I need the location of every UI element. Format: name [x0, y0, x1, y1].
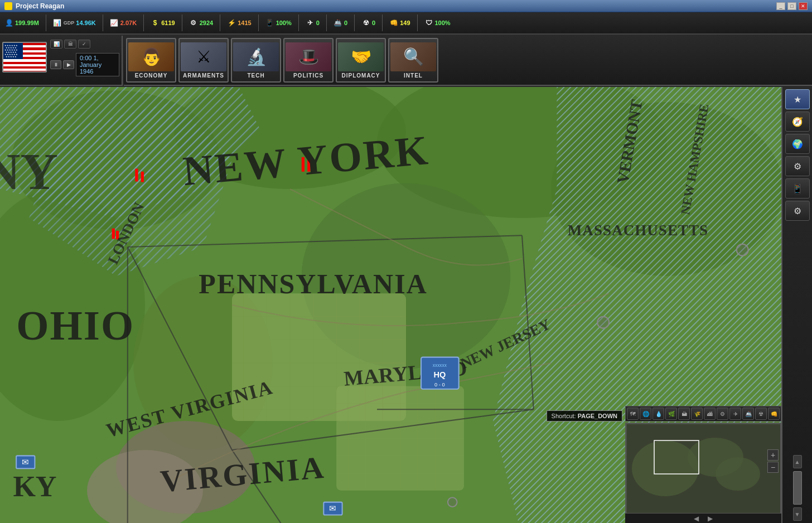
mm-forest-btn[interactable]: 🌿 [665, 408, 677, 420]
hud-nuclear: ☢ 0 [361, 18, 375, 27]
building-icon-btn[interactable]: 🏛 [64, 40, 76, 49]
minimap-scroll-right[interactable]: ▶ [703, 515, 717, 522]
industry-value: 2924 [200, 20, 213, 26]
tab-economy-label: ECONOMY [135, 72, 168, 79]
mm-naval-btn[interactable]: 🚢 [742, 408, 754, 420]
svg-rect-53 [135, 169, 138, 182]
zoom-out-button[interactable]: − [767, 462, 779, 473]
svg-text:xxxxxx: xxxxxx [433, 362, 447, 368]
tab-diplomacy[interactable]: 🤝 DIPLOMACY [336, 38, 386, 83]
tab-intel-label: INTEL [404, 72, 423, 79]
shortcut-tooltip: Shortcut: PAGE_DOWN [547, 410, 622, 422]
hud-divider-7 [298, 14, 299, 31]
mm-water-btn[interactable]: 💧 [652, 408, 664, 420]
tab-economy-image: 👨 [128, 42, 174, 71]
sidebar-phone-button[interactable]: 📱 [785, 178, 810, 198]
tab-economy-figure: 👨 [141, 47, 162, 66]
mm-farm-btn[interactable]: 🌾 [691, 408, 703, 420]
maximize-button[interactable]: □ [787, 2, 796, 10]
hud-air: ✈ 0 [306, 18, 320, 27]
zoom-in-button[interactable]: + [767, 449, 779, 461]
hud-divider-8 [326, 14, 327, 31]
hud-growth: 📈 2.07K [110, 18, 137, 27]
mm-nuclear-btn[interactable]: ☢ [755, 408, 767, 420]
country-flag[interactable]: ★★★★★★ ★★★★★ ★★★★★★ ★★★★★ ★★★★★★ ★★★★★ [2, 42, 47, 72]
hud-industry: ⚙ 2924 [189, 18, 213, 27]
gdp-value: 14.96K [76, 20, 95, 26]
nuclear-value: 0 [372, 20, 375, 26]
hud-naval: 🚢 0 [334, 18, 347, 27]
sidebar-gear-button[interactable]: ⚙ [785, 156, 810, 176]
minimap-scroll-left[interactable]: ◀ [689, 515, 703, 522]
hud-money: $ 6119 [151, 18, 175, 27]
tab-tech[interactable]: 🔬 TECH [231, 38, 281, 83]
mm-mountain-btn[interactable]: 🏔 [678, 408, 690, 420]
hud-bar: 👤 199.99M 📊 GDP 14.96K 📈 2.07K $ 6119 ⚙ … [0, 12, 812, 35]
sidebar-compass-button[interactable]: 🧭 [785, 112, 810, 132]
tab-armaments[interactable]: ⚔ ARMAMENTS [178, 38, 229, 83]
sidebar-globe-button[interactable]: 🌍 [785, 134, 810, 154]
mm-terrain-btn[interactable]: 🗺 [627, 408, 639, 420]
tab-economy[interactable]: 👨 ECONOMY [126, 38, 176, 83]
mm-military-btn[interactable]: 👊 [768, 408, 780, 420]
title-bar: Project Reagan _ □ ✕ [0, 0, 812, 12]
hud-divider-10 [382, 14, 383, 31]
naval-value: 0 [344, 20, 347, 26]
shortcut-key: PAGE_DOWN [578, 413, 617, 419]
hud-population: 👤 199.99M [4, 18, 39, 27]
svg-point-84 [632, 440, 699, 496]
hud-divider-1 [46, 14, 46, 31]
flag-side-controls: 📊 🏛 ✓ ⏸ ▶ 0:00 1, January 1946 [50, 38, 119, 76]
date-display: 0:00 1, January 1946 [76, 53, 119, 76]
mm-industry-btn[interactable]: ⚙ [717, 408, 728, 420]
zoom-controls: + − [767, 449, 779, 473]
sidebar-scrollbar[interactable] [793, 471, 802, 505]
population-value: 199.99M [15, 20, 39, 26]
industry-icon: ⚙ [189, 18, 198, 27]
tab-armaments-image: ⚔ [181, 42, 226, 71]
svg-text:★★★★★: ★★★★★ [6, 55, 17, 58]
hud-divider-4 [182, 14, 182, 31]
sidebar-settings-button[interactable]: ⚙ [785, 201, 810, 221]
minimap-svg [626, 424, 780, 514]
tech-value: 100% [276, 20, 292, 26]
minimap-inner [626, 424, 780, 522]
air-icon: ✈ [306, 18, 315, 27]
window-title: Project Reagan [16, 2, 776, 10]
play-button[interactable]: ▶ [63, 60, 74, 69]
chart-icon-btn[interactable]: 📊 [50, 40, 62, 49]
minimize-button[interactable]: _ [776, 2, 785, 10]
svg-text:✉: ✉ [329, 504, 336, 513]
mm-globe-btn[interactable]: 🌐 [640, 408, 651, 420]
game-area: 👤 199.99M 📊 GDP 14.96K 📈 2.07K $ 6119 ⚙ … [0, 12, 812, 523]
sidebar-star-button[interactable]: ★ [785, 89, 810, 109]
tab-diplomacy-label: DIPLOMACY [342, 72, 380, 79]
window-controls: _ □ ✕ [776, 2, 808, 10]
tech-icon: 📱 [265, 18, 274, 27]
mm-city-btn[interactable]: 🏙 [704, 408, 716, 420]
mm-air-btn[interactable]: ✈ [729, 408, 741, 420]
military-value: 149 [400, 20, 410, 26]
hud-energy: ⚡ 1415 [227, 18, 251, 27]
sidebar-scroll-down[interactable]: ▼ [793, 507, 802, 521]
tab-bar: 👨 ECONOMY ⚔ ARMAMENTS 🔬 TECH 🎩 POLITICS … [124, 36, 812, 86]
svg-point-86 [716, 457, 760, 491]
hud-divider-3 [143, 14, 144, 31]
app-icon [4, 2, 12, 10]
minimap[interactable] [625, 423, 781, 523]
svg-text:KY: KY [13, 471, 56, 502]
tab-politics[interactable]: 🎩 POLITICS [283, 38, 334, 83]
shortcut-label: Shortcut: [552, 413, 576, 419]
gdp-label: GDP [64, 20, 75, 26]
tab-intel[interactable]: 🔍 INTEL [388, 38, 438, 83]
hud-divider-5 [220, 14, 220, 31]
check-icon-btn[interactable]: ✓ [78, 40, 90, 49]
hud-divider-2 [103, 14, 103, 31]
defense-value: 100% [435, 20, 451, 26]
hud-military: 👊 149 [389, 18, 410, 27]
gdp-icon: 📊 [53, 18, 62, 27]
sidebar-scroll-up[interactable]: ▲ [793, 455, 802, 468]
close-button[interactable]: ✕ [799, 2, 808, 10]
air-value: 0 [316, 20, 320, 26]
pause-button[interactable]: ⏸ [50, 60, 61, 69]
